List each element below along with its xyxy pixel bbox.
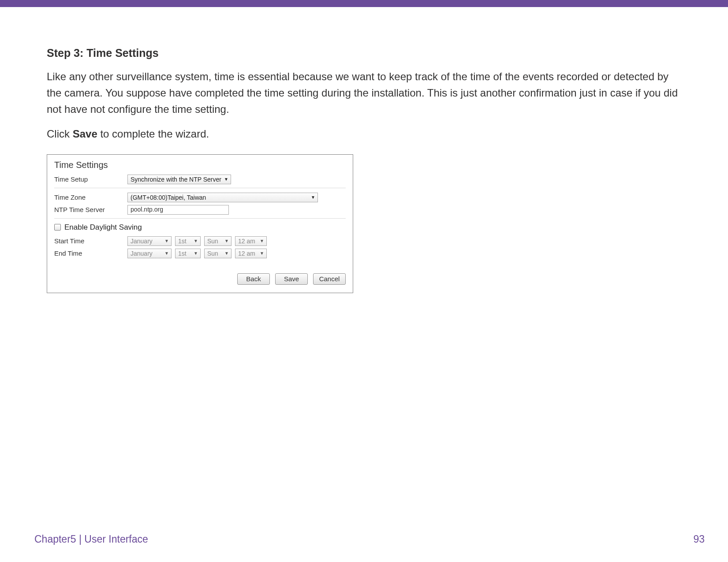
cancel-button[interactable]: Cancel [313, 273, 346, 285]
step-heading: Step 3: Time Settings [47, 47, 681, 60]
chevron-down-icon: ▼ [194, 238, 198, 243]
panel-title: Time Settings [54, 160, 346, 170]
enable-dst-checkbox[interactable] [54, 224, 61, 231]
start-hour-select[interactable]: 12 am▼ [235, 236, 267, 246]
page-body: Step 3: Time Settings Like any other sur… [0, 7, 728, 562]
start-month-select[interactable]: January▼ [127, 236, 172, 246]
start-day-select[interactable]: 1st▼ [175, 236, 201, 246]
ntp-input[interactable]: pool.ntp.org [127, 205, 229, 215]
chevron-down-icon: ▼ [260, 238, 264, 243]
time-settings-panel: Time Settings Time Setup Synchronize wit… [47, 154, 353, 293]
end-day-select[interactable]: 1st▼ [175, 249, 201, 258]
ntp-label: NTP Time Server [54, 206, 127, 213]
para2-prefix: Click [47, 128, 73, 140]
time-zone-value: (GMT+08:00)Taipei, Taiwan [131, 194, 206, 201]
top-accent-bar [0, 0, 728, 7]
start-time-label: Start Time [54, 237, 127, 245]
time-setup-label: Time Setup [54, 175, 127, 183]
button-row: Back Save Cancel [54, 273, 346, 285]
row-time-zone: Time Zone (GMT+08:00)Taipei, Taiwan ▼ [54, 193, 346, 202]
para2-suffix: to complete the wizard. [97, 128, 209, 140]
chevron-down-icon: ▼ [164, 251, 169, 256]
divider [54, 188, 346, 188]
end-hour-select[interactable]: 12 am▼ [235, 249, 267, 258]
chevron-down-icon: ▼ [224, 177, 228, 182]
footer-page-number: 93 [693, 533, 705, 545]
paragraph-2: Click Save to complete the wizard. [47, 126, 681, 142]
paragraph-1: Like any other surveillance system, time… [47, 68, 681, 118]
row-end-time: End Time January▼ 1st▼ Sun▼ 12 am▼ [54, 249, 346, 258]
chevron-down-icon: ▼ [311, 195, 315, 200]
start-dow-select[interactable]: Sun▼ [204, 236, 231, 246]
chevron-down-icon: ▼ [224, 251, 229, 256]
row-ntp-server: NTP Time Server pool.ntp.org [54, 205, 346, 215]
save-button[interactable]: Save [275, 273, 308, 285]
row-time-setup: Time Setup Synchronize with the NTP Serv… [54, 175, 346, 184]
end-dow-select[interactable]: Sun▼ [204, 249, 231, 258]
time-zone-select[interactable]: (GMT+08:00)Taipei, Taiwan ▼ [127, 193, 318, 202]
chevron-down-icon: ▼ [164, 238, 169, 243]
divider [54, 218, 346, 219]
end-time-label: End Time [54, 249, 127, 257]
time-zone-label: Time Zone [54, 194, 127, 201]
enable-dst-label: Enable Daylight Saving [64, 223, 142, 232]
row-start-time: Start Time January▼ 1st▼ Sun▼ 12 am▼ [54, 236, 346, 246]
row-enable-dst: Enable Daylight Saving [54, 223, 346, 232]
time-setup-select[interactable]: Synchronize with the NTP Server ▼ [127, 175, 231, 184]
back-button[interactable]: Back [237, 273, 270, 285]
time-setup-value: Synchronize with the NTP Server [131, 176, 221, 183]
end-month-select[interactable]: January▼ [127, 249, 172, 258]
footer-chapter: Chapter5 | User Interface [34, 533, 148, 545]
chevron-down-icon: ▼ [194, 251, 198, 256]
page-footer: Chapter5 | User Interface 93 [34, 533, 705, 545]
chevron-down-icon: ▼ [224, 238, 229, 243]
para2-bold: Save [73, 128, 97, 140]
chevron-down-icon: ▼ [260, 251, 264, 256]
